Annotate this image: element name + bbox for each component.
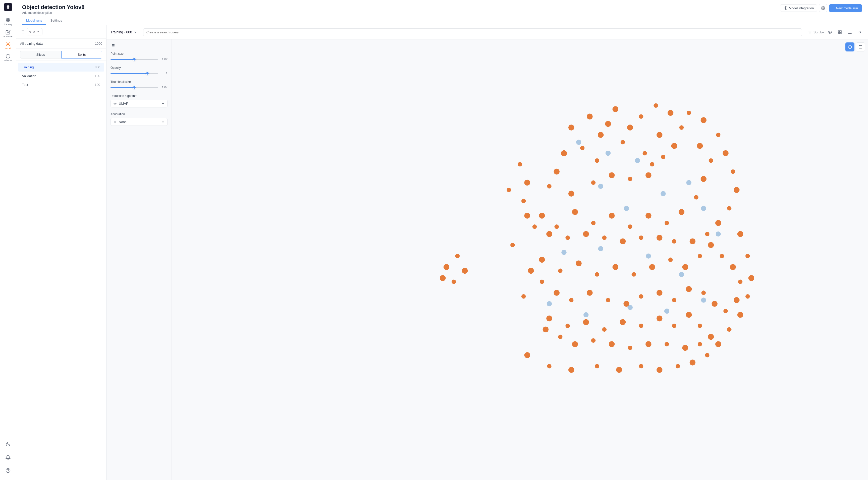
- eye-view-button[interactable]: [826, 28, 834, 36]
- header-title-area: Object detection Yolov8 Add model descri…: [22, 4, 85, 14]
- svg-point-103: [576, 260, 582, 266]
- svg-point-56: [568, 191, 574, 197]
- splits-tabs: Slices Splits: [16, 49, 106, 61]
- svg-point-128: [540, 280, 544, 284]
- left-panel-toolbar: v10: [16, 25, 106, 39]
- right-area: Training - 800 Sort by: [106, 25, 868, 480]
- svg-point-18: [829, 32, 830, 33]
- svg-point-54: [554, 169, 560, 174]
- tab-settings[interactable]: Settings: [46, 17, 66, 25]
- selection-zoom-button[interactable]: [856, 42, 865, 52]
- opacity-slider[interactable]: [111, 73, 158, 74]
- svg-point-74: [679, 209, 684, 215]
- eye-icon: [828, 30, 832, 34]
- tab-model-runs[interactable]: Model runs: [22, 17, 46, 25]
- svg-point-191: [745, 294, 750, 299]
- svg-point-186: [690, 359, 695, 365]
- sidebar-item-catalog-label: Catalog: [4, 23, 12, 26]
- svg-point-88: [690, 238, 695, 244]
- svg-point-31: [861, 32, 861, 33]
- page-header: Object detection Yolov8 Add model descri…: [16, 0, 868, 25]
- training-dropdown[interactable]: Training - 800: [111, 30, 137, 34]
- sidebar-item-annotate[interactable]: Annotate: [2, 28, 13, 39]
- sidebar-item-schema[interactable]: Schema: [2, 52, 13, 63]
- split-item-training[interactable]: Training 800: [18, 63, 104, 71]
- svg-point-194: [737, 231, 743, 237]
- grid-view-button[interactable]: [836, 28, 844, 36]
- svg-point-121: [656, 290, 662, 295]
- svg-point-125: [587, 290, 592, 295]
- svg-point-129: [528, 268, 534, 274]
- svg-point-142: [682, 345, 688, 351]
- tab-splits[interactable]: Splits: [61, 51, 102, 59]
- sort-by-button[interactable]: Sort by: [808, 30, 824, 34]
- svg-point-147: [591, 338, 596, 343]
- svg-point-189: [727, 327, 732, 332]
- svg-point-49: [639, 114, 644, 119]
- reduction-dropdown[interactable]: UMAP: [111, 100, 167, 107]
- sidebar-item-model[interactable]: Model: [2, 40, 13, 51]
- left-panel: v10 All training data 1000 Slices Splits…: [16, 25, 106, 480]
- svg-point-179: [547, 364, 552, 369]
- svg-point-42: [598, 132, 603, 138]
- svg-point-38: [115, 103, 116, 104]
- sidebar-item-help[interactable]: [2, 465, 13, 476]
- header-actions: Model integration + New model run: [780, 4, 862, 12]
- svg-point-62: [671, 143, 677, 149]
- thumbnail-size-value: 1.0x: [160, 86, 167, 89]
- svg-point-85: [727, 206, 732, 211]
- svg-point-109: [682, 264, 688, 270]
- point-size-slider[interactable]: [111, 59, 158, 60]
- search-input[interactable]: [143, 28, 802, 36]
- svg-point-112: [720, 254, 724, 258]
- svg-point-90: [656, 235, 662, 241]
- sort-icon: [808, 30, 812, 34]
- thumbnail-size-slider[interactable]: [111, 87, 158, 88]
- split-item-test[interactable]: Test 100: [18, 80, 104, 89]
- bar-chart-button[interactable]: [846, 28, 854, 36]
- svg-point-135: [639, 324, 644, 328]
- svg-point-92: [620, 238, 626, 244]
- sidebar-item-catalog[interactable]: Catalog: [2, 16, 13, 27]
- scatter-plot[interactable]: [172, 39, 868, 480]
- svg-point-106: [632, 272, 636, 277]
- split-item-validation[interactable]: Validation 100: [18, 71, 104, 80]
- scatter-view-button[interactable]: [856, 28, 864, 36]
- svg-point-75: [694, 195, 699, 200]
- svg-point-7: [785, 7, 786, 8]
- help-icon: [5, 468, 10, 473]
- svg-point-153: [462, 268, 468, 274]
- new-model-run-button[interactable]: + New model run: [829, 4, 862, 12]
- svg-rect-2: [6, 21, 7, 22]
- training-chevron-icon: [134, 30, 137, 34]
- svg-point-45: [621, 140, 625, 145]
- sidebar-item-dark-mode[interactable]: [2, 439, 13, 450]
- svg-point-139: [698, 324, 702, 328]
- svg-point-40: [568, 125, 574, 130]
- version-dropdown[interactable]: v10: [27, 28, 42, 35]
- tab-slices[interactable]: Slices: [20, 51, 61, 59]
- svg-point-148: [572, 341, 578, 347]
- svg-point-187: [705, 353, 710, 357]
- svg-point-182: [616, 367, 622, 373]
- svg-point-63: [679, 125, 684, 130]
- sidebar-item-notifications[interactable]: [2, 452, 13, 463]
- settings-gear-button[interactable]: [819, 4, 827, 12]
- crosshair-zoom-button[interactable]: [845, 42, 855, 52]
- annotation-label: Annotation: [111, 113, 167, 116]
- model-integration-button[interactable]: Model integration: [780, 4, 817, 12]
- svg-point-46: [561, 150, 567, 156]
- annotation-chevron-icon: [161, 120, 165, 124]
- content-area: v10 All training data 1000 Slices Splits…: [16, 25, 868, 480]
- svg-point-76: [701, 176, 707, 182]
- svg-point-58: [609, 172, 615, 178]
- reduction-chevron-icon: [161, 102, 165, 105]
- svg-point-71: [628, 224, 632, 229]
- svg-point-180: [568, 367, 574, 373]
- svg-point-119: [686, 286, 692, 292]
- svg-point-159: [660, 191, 665, 196]
- filter-icon[interactable]: [20, 30, 25, 34]
- scatter-svg: [172, 39, 868, 480]
- svg-point-144: [646, 341, 651, 347]
- annotation-dropdown[interactable]: None: [111, 118, 167, 126]
